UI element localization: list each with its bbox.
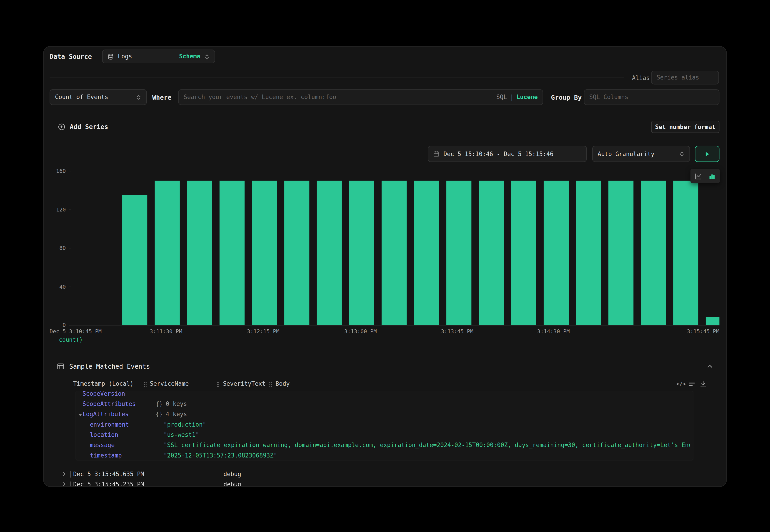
json-value: "production" <box>164 421 690 428</box>
json-key: LogAttributes <box>82 410 129 417</box>
lucene-toggle[interactable]: Lucene <box>516 94 538 101</box>
x-axis: Dec 5 3:10:45 PM3:11:30 PM3:12:15 PM3:13… <box>71 328 719 335</box>
event-row[interactable]: Dec 5 3:15:45.635 PMdebug <box>50 469 719 480</box>
json-key: timestamp <box>90 452 122 459</box>
plus-circle-icon <box>58 123 65 130</box>
chart-bar <box>349 181 374 325</box>
events-column-header: Timestamp (Local) ServiceName SeverityTe… <box>44 380 727 389</box>
aggregate-select[interactable]: Count of Events <box>50 89 147 105</box>
y-tick-label: 120 <box>56 206 66 213</box>
alias-input[interactable] <box>651 71 719 85</box>
wrap-lines-icon[interactable] <box>688 380 695 389</box>
event-row[interactable]: Dec 5 3:15:45.235 PMdebug <box>50 480 719 487</box>
data-source-value: Logs <box>118 53 132 60</box>
column-severitytext: SeverityText <box>223 380 265 387</box>
json-key: message <box>90 442 114 448</box>
json-key: environment <box>90 421 129 428</box>
json-key: location <box>90 431 118 438</box>
app-stage: Data Source Logs Schema Alias Count of E… <box>0 0 770 532</box>
sample-events-header[interactable]: Sample Matched Events <box>57 362 150 370</box>
chart-bar <box>381 181 407 325</box>
json-value: "SSL certificate expiration warning, dom… <box>164 442 690 448</box>
caret-down-icon[interactable] <box>78 412 82 419</box>
y-tick-mark <box>69 325 71 325</box>
download-icon[interactable] <box>700 380 707 389</box>
json-field-row[interactable]: timestamp"2025-12-05T13:57:23.082306893Z… <box>76 450 693 460</box>
x-tick-label: 3:13:00 PM <box>344 328 376 335</box>
y-axis: 04080120160 <box>44 171 69 325</box>
chart-bar <box>641 181 666 325</box>
severity-indicator <box>70 482 71 487</box>
data-source-select[interactable]: Logs Schema <box>102 50 215 63</box>
chart-bar <box>414 181 439 325</box>
granularity-select[interactable]: Auto Granularity <box>592 146 690 162</box>
x-tick-label: 3:13:45 PM <box>441 328 474 335</box>
granularity-value: Auto Granularity <box>598 150 655 157</box>
chart-bar <box>544 181 569 325</box>
drag-handle-icon[interactable] <box>269 381 272 389</box>
legend-dash-icon: — <box>52 336 55 343</box>
group-by-label: Group By <box>551 94 582 101</box>
json-field-row[interactable]: location"us-west1" <box>76 430 693 440</box>
x-tick-label: 3:15:45 PM <box>687 328 719 335</box>
alias-label: Alias <box>632 75 650 81</box>
group-by-input[interactable] <box>584 89 719 105</box>
chart-bar <box>706 317 720 325</box>
chart-bar <box>187 181 212 325</box>
chart-bar <box>284 181 309 325</box>
event-json-tree: ScopeVersionScopeAttributes{}0 keysLogAt… <box>76 391 693 460</box>
braces-icon: {} <box>156 400 163 407</box>
column-body: Body <box>275 380 289 387</box>
json-field-row[interactable]: LogAttributes{}4 keys <box>76 409 693 419</box>
json-meta: {}4 keys <box>156 410 690 417</box>
chevron-updown-icon <box>679 151 685 157</box>
chart-bar <box>576 181 601 325</box>
chart-bar <box>155 181 180 325</box>
y-tick-label: 80 <box>59 245 66 251</box>
json-field-row[interactable]: message"SSL certificate expiration warni… <box>76 440 693 450</box>
json-value: "us-west1" <box>164 431 690 438</box>
x-tick-label: 3:11:30 PM <box>150 328 182 335</box>
json-field-row[interactable]: environment"production" <box>76 419 693 429</box>
schema-button[interactable]: Schema <box>179 53 200 60</box>
json-field-row[interactable]: ScopeAttributes{}0 keys <box>76 399 693 409</box>
date-range-picker[interactable]: Dec 5 15:10:46 - Dec 5 15:15:46 <box>428 146 587 162</box>
chart-bar <box>673 181 698 325</box>
drag-handle-icon[interactable] <box>143 381 147 389</box>
chart-bar <box>219 181 244 325</box>
y-tick-mark <box>69 171 71 171</box>
aggregate-value: Count of Events <box>55 94 108 101</box>
sql-toggle[interactable]: SQL <box>496 94 507 101</box>
event-timestamp: Dec 5 3:15:45.235 PM <box>73 481 144 487</box>
sample-events-title: Sample Matched Events <box>69 363 150 370</box>
expand-chevron-icon[interactable] <box>61 482 67 487</box>
expand-chevron-icon[interactable] <box>61 471 67 477</box>
chevron-updown-icon <box>204 54 210 59</box>
data-source-label: Data Source <box>50 53 92 60</box>
y-tick-mark <box>69 286 71 287</box>
json-meta: {}0 keys <box>156 400 690 407</box>
run-query-button[interactable] <box>695 146 719 162</box>
set-number-format-button[interactable]: Set number format <box>651 121 719 133</box>
line-chart-toggle-icon[interactable] <box>692 170 705 182</box>
event-timestamp: Dec 5 3:15:45.635 PM <box>73 471 144 477</box>
x-tick-label: Dec 5 3:10:45 PM <box>50 328 102 335</box>
x-tick-label: 3:14:30 PM <box>537 328 570 335</box>
y-tick-label: 0 <box>62 322 66 328</box>
chart-bar <box>447 181 471 325</box>
y-tick-label: 40 <box>59 283 66 290</box>
bar-chart-toggle-icon[interactable] <box>706 170 718 182</box>
drag-handle-icon[interactable] <box>216 381 220 389</box>
search-box: SQL | Lucene <box>178 89 543 105</box>
table-icon <box>57 363 64 370</box>
y-tick-mark <box>69 209 71 210</box>
query-builder-panel: Data Source Logs Schema Alias Count of E… <box>43 46 727 487</box>
search-input[interactable] <box>184 94 494 101</box>
play-icon <box>704 151 710 157</box>
add-series-button[interactable]: Add Series <box>58 123 108 131</box>
event-severity: debug <box>223 481 241 487</box>
json-field-row[interactable]: ScopeVersion <box>76 391 693 399</box>
collapse-chevron-icon[interactable] <box>707 363 713 370</box>
code-view-icon[interactable]: </> <box>676 381 686 387</box>
chart-legend[interactable]: — count() <box>52 336 83 343</box>
